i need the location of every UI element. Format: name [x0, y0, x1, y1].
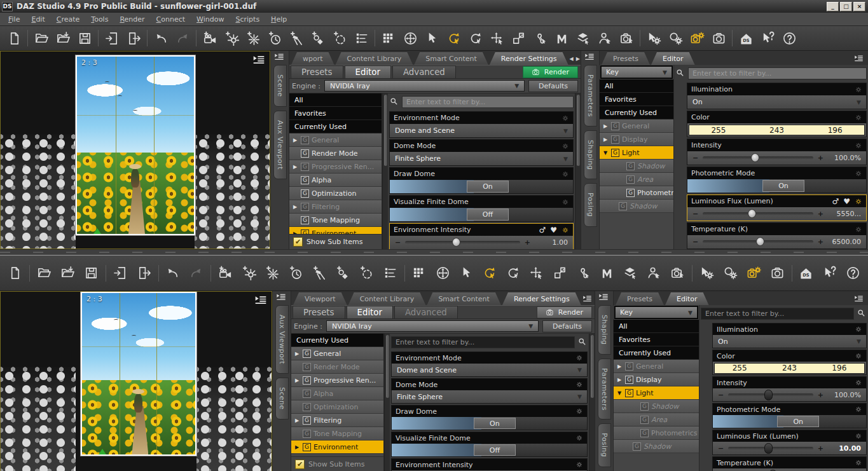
param-control[interactable]: On▼: [687, 95, 866, 109]
settings-icon[interactable]: [855, 325, 862, 333]
slider-knob[interactable]: [756, 237, 764, 246]
scrollbar-thumb[interactable]: [386, 335, 389, 398]
create-distant-light-icon[interactable]: [221, 28, 242, 48]
tool-settings-icon[interactable]: [643, 28, 665, 48]
toggle-knob[interactable]: On: [762, 180, 804, 192]
settings-icon[interactable]: [575, 461, 583, 468]
slider-knob[interactable]: [452, 238, 460, 247]
pane-menu-icon[interactable]: [854, 54, 865, 63]
param-control[interactable]: Dome and Scene▼: [390, 124, 573, 137]
toggle-track[interactable]: On: [392, 417, 587, 430]
side-tab-parameters[interactable]: Parameters: [598, 358, 611, 420]
redo-icon[interactable]: [184, 260, 208, 287]
menu-render[interactable]: Render: [114, 13, 150, 25]
orbit-tool-icon[interactable]: [443, 28, 464, 48]
param-control[interactable]: −+100.0%: [713, 388, 866, 401]
settings-icon[interactable]: [561, 198, 569, 206]
show-sub-items-checkbox[interactable]: ✔: [295, 460, 305, 469]
slider-value[interactable]: 10.00: [828, 444, 861, 453]
list-item-general[interactable]: ▶GGeneral: [614, 360, 699, 373]
color-swatch[interactable]: 255243196: [689, 125, 865, 135]
category-scrollbar[interactable]: [384, 334, 390, 471]
expand-icon[interactable]: ▶: [616, 377, 623, 383]
list-item-area[interactable]: GArea: [600, 173, 673, 186]
import-file-icon[interactable]: [109, 260, 132, 287]
create-camera-icon[interactable]: [214, 260, 237, 287]
param-control[interactable]: On: [687, 179, 866, 193]
pane-menu-icon[interactable]: [276, 292, 287, 301]
create-distant-light-icon[interactable]: [237, 260, 261, 287]
menu-connect[interactable]: Connect: [151, 13, 191, 25]
tab-presets[interactable]: Presets: [602, 52, 650, 65]
tab-content-library[interactable]: Content Library: [336, 52, 413, 65]
expand-icon[interactable]: ▶: [602, 137, 609, 142]
slider-increment[interactable]: +: [818, 444, 823, 453]
merge-file-icon[interactable]: [52, 28, 74, 48]
align-pane-icon[interactable]: [378, 260, 402, 287]
create-primitive-icon[interactable]: [264, 28, 286, 48]
slider-decrement[interactable]: −: [692, 238, 698, 246]
tab-render-settings[interactable]: Render Settings: [502, 292, 581, 305]
menu-file[interactable]: File: [3, 13, 25, 25]
settings-icon[interactable]: [575, 381, 583, 388]
slider-knob[interactable]: [748, 209, 756, 218]
merge-file-icon[interactable]: [56, 260, 79, 287]
param-control[interactable]: −+6500.00: [713, 468, 866, 471]
slider-increment[interactable]: +: [818, 238, 823, 246]
menu-create[interactable]: Create: [51, 13, 86, 25]
create-spotlight-icon[interactable]: [286, 28, 307, 48]
list-item-environment[interactable]: ▶GEnvironment: [291, 440, 383, 454]
surface-selection-tool-icon[interactable]: [572, 28, 594, 48]
param-control[interactable]: Off: [390, 208, 573, 221]
controller-icon[interactable]: ♂: [539, 226, 546, 234]
tab-presets[interactable]: Presets: [616, 292, 664, 305]
slider-track[interactable]: [703, 156, 813, 160]
filter-input[interactable]: [701, 308, 854, 320]
create-null-icon[interactable]: [355, 260, 378, 287]
list-item-shadow[interactable]: GShadow: [600, 200, 673, 213]
render-editor-icon[interactable]: [742, 260, 766, 287]
scale-tool-icon[interactable]: [507, 28, 529, 48]
settings-icon[interactable]: [855, 226, 862, 233]
pane-menu-icon[interactable]: [582, 294, 594, 303]
filter-input[interactable]: [688, 67, 867, 79]
side-tab-posing[interactable]: Posing: [598, 423, 611, 467]
list-item-currently-used[interactable]: Currently Used: [600, 106, 673, 119]
translate-tool-icon[interactable]: [486, 28, 507, 48]
settings-icon[interactable]: [855, 406, 862, 413]
favorite-icon[interactable]: ♥: [843, 198, 850, 205]
scrollbar-thumb[interactable]: [384, 95, 387, 166]
rotate-tool-icon[interactable]: [464, 28, 486, 48]
slider-knob[interactable]: [764, 390, 773, 400]
param-control[interactable]: Dome and Scene▼: [392, 364, 587, 376]
expand-icon[interactable]: ▶: [602, 123, 609, 129]
param-control[interactable]: On: [390, 180, 573, 193]
settings-icon[interactable]: [855, 432, 862, 440]
category-scrollbar[interactable]: [382, 93, 388, 249]
slider-decrement[interactable]: −: [718, 444, 724, 453]
list-item-photometrics[interactable]: GPhotometrics: [600, 186, 673, 200]
minimize-button[interactable]: _: [827, 2, 839, 11]
list-item-currently-used[interactable]: Currently Used: [614, 346, 699, 360]
node-selection-tool-icon[interactable]: [455, 260, 478, 287]
list-item-optimization[interactable]: GOptimization: [289, 187, 382, 200]
settings-icon[interactable]: [561, 114, 569, 122]
tab-render-settings[interactable]: Render Settings: [490, 52, 568, 65]
settings-icon[interactable]: [855, 459, 862, 467]
rotate-tool-icon[interactable]: [501, 260, 525, 287]
side-tab-scene[interactable]: Scene: [275, 378, 289, 420]
filter-input[interactable]: [391, 336, 575, 348]
param-control[interactable]: 255243196: [713, 362, 866, 374]
param-control[interactable]: On▼: [713, 335, 866, 348]
toggle-knob[interactable]: On: [777, 416, 819, 427]
menu-window[interactable]: Window: [191, 13, 230, 25]
param-control[interactable]: −+5550...: [687, 207, 866, 221]
create-point-light-icon[interactable]: [242, 28, 264, 48]
tab-content-library[interactable]: Content Library: [348, 292, 426, 305]
subtab-editor[interactable]: Editor: [345, 65, 391, 79]
frame-handle[interactable]: [93, 228, 101, 234]
menu-edit[interactable]: Edit: [25, 13, 50, 25]
toggle-track[interactable]: On: [713, 415, 866, 428]
undo-icon[interactable]: [162, 260, 185, 287]
save-file-icon[interactable]: [79, 260, 103, 287]
